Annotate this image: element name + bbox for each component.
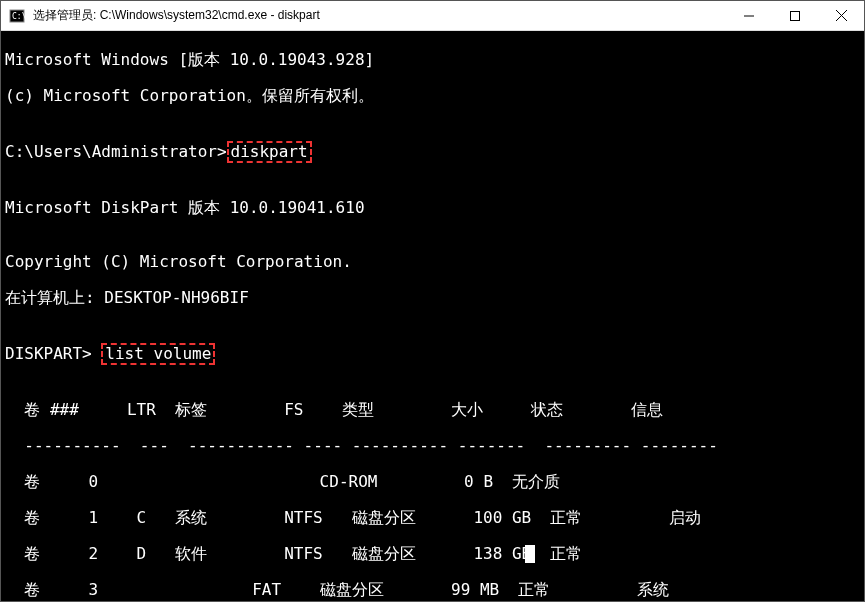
terminal-line: Microsoft Windows [版本 10.0.19043.928] xyxy=(5,51,860,69)
command-diskpart: diskpart xyxy=(227,141,312,163)
window-controls xyxy=(726,1,864,30)
terminal-line: 在计算机上: DESKTOP-NH96BIF xyxy=(5,289,860,307)
terminal-line: (c) Microsoft Corporation。保留所有权利。 xyxy=(5,87,860,105)
svg-text:C:\: C:\ xyxy=(12,12,25,21)
caret-indicator xyxy=(525,545,535,563)
svg-rect-3 xyxy=(791,11,800,20)
maximize-button[interactable] xyxy=(772,1,818,30)
titlebar[interactable]: C:\ 选择管理员: C:\Windows\system32\cmd.exe -… xyxy=(1,1,864,31)
terminal-line: Microsoft DiskPart 版本 10.0.19041.610 xyxy=(5,199,860,217)
cmd-window: C:\ 选择管理员: C:\Windows\system32\cmd.exe -… xyxy=(0,0,865,602)
command-list-volume: list volume xyxy=(101,343,215,365)
table-row: 卷 1 C 系统 NTFS 磁盘分区 100 GB 正常 启动 xyxy=(5,509,860,527)
prompt: C:\Users\Administrator> xyxy=(5,142,227,161)
terminal-line: DISKPART> list volume xyxy=(5,343,860,365)
prompt: DISKPART> xyxy=(5,344,101,363)
terminal-line: Copyright (C) Microsoft Corporation. xyxy=(5,253,860,271)
table-row: 卷 3 FAT 磁盘分区 99 MB 正常 系统 xyxy=(5,581,860,599)
table-row: 卷 0 CD-ROM 0 B 无介质 xyxy=(5,473,860,491)
cmd-icon: C:\ xyxy=(9,8,25,24)
minimize-button[interactable] xyxy=(726,1,772,30)
table-divider: ---------- --- ----------- ---- --------… xyxy=(5,437,860,455)
terminal-output[interactable]: Microsoft Windows [版本 10.0.19043.928] (c… xyxy=(1,31,864,601)
terminal-line: C:\Users\Administrator>diskpart xyxy=(5,141,860,163)
window-title: 选择管理员: C:\Windows\system32\cmd.exe - dis… xyxy=(31,7,726,24)
table-row: 卷 2 D 软件 NTFS 磁盘分区 138 GB 正常 xyxy=(5,545,860,563)
table-header: 卷 ### LTR 标签 FS 类型 大小 状态 信息 xyxy=(5,401,860,419)
close-button[interactable] xyxy=(818,1,864,30)
